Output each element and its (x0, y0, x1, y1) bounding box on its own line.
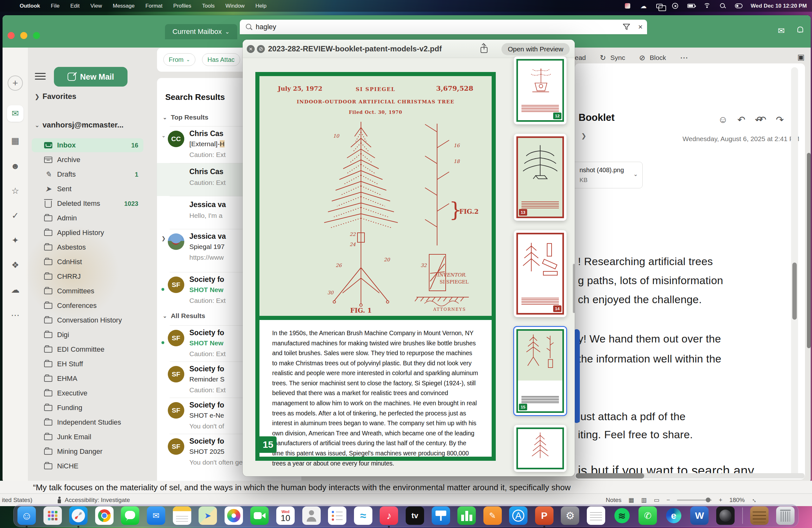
search-input[interactable]: hagley (256, 23, 276, 31)
dock-homepod-icon[interactable] (716, 507, 735, 525)
menu-item-edit[interactable]: Edit (70, 3, 79, 9)
fit-to-window-icon[interactable]: ↔ (750, 495, 760, 504)
wifi-icon[interactable] (704, 3, 710, 9)
control-center-icon[interactable] (735, 3, 742, 8)
zoom-slider-knob[interactable] (706, 498, 710, 502)
sidebar-account[interactable]: ⌄ vanhorsj@mcmaster... (32, 118, 146, 132)
mail-nav-icon[interactable]: ✉ (7, 105, 24, 122)
sidebar-folder-executive[interactable]: Executive (32, 386, 143, 400)
attachment-menu-chevron[interactable]: ⌄ (634, 171, 638, 178)
block-button[interactable]: Block (650, 54, 666, 61)
dock-system-settings-icon[interactable]: ⚙ (561, 507, 579, 525)
more-actions-button[interactable]: ⋯ (680, 53, 688, 63)
dock-finder-icon[interactable]: ☺ (17, 507, 36, 525)
dock-chrome-icon[interactable] (95, 507, 114, 525)
calendar-nav-icon[interactable]: ▦ (7, 133, 24, 149)
search-bar[interactable]: hagley × (240, 20, 647, 34)
reply-all-icon[interactable]: ↶↶ (755, 114, 762, 125)
onedrive-cloud-icon[interactable]: ☁ (640, 2, 647, 10)
filter-from-chip[interactable]: From ⌄ (163, 53, 195, 66)
reactions-smiley-icon[interactable]: ☺ (718, 114, 728, 125)
menu-item-tools[interactable]: Tools (202, 3, 215, 9)
pdf-thumbnail-page-15[interactable]: 15 (514, 327, 566, 415)
clear-search-icon[interactable]: × (638, 23, 643, 31)
menu-item-message[interactable]: Message (113, 3, 134, 9)
close-window-button[interactable] (8, 32, 15, 39)
tasks-check-icon[interactable]: ✓ (7, 207, 24, 224)
more-nav-icon[interactable]: ⋯ (7, 307, 24, 323)
sidebar-folder-mining-danger[interactable]: Mining Danger (32, 444, 143, 458)
zoom-level[interactable]: 180% (729, 497, 745, 503)
dock-edge-icon[interactable]: e (665, 507, 683, 525)
dock-numbers-icon[interactable] (458, 507, 476, 525)
dock-notes-icon[interactable] (173, 507, 191, 525)
notifications-bell-icon[interactable] (796, 26, 804, 34)
conversation-expand-chevron[interactable]: ❯ (161, 235, 165, 241)
dock-tv-icon[interactable]: tv (406, 507, 424, 525)
spotlight-search-icon[interactable] (719, 2, 727, 10)
cloud-nav-icon[interactable]: ☁ (7, 282, 24, 298)
menu-item-file[interactable]: File (51, 3, 59, 9)
zoom-in-button[interactable]: + (719, 497, 722, 503)
dock-launchpad-icon[interactable] (43, 507, 62, 525)
sidebar-folder-committees[interactable]: Committees (32, 284, 143, 298)
normal-view-icon[interactable]: ▦ (628, 496, 634, 503)
dock-photos-icon[interactable] (224, 507, 243, 525)
dock-contacts-icon[interactable] (302, 507, 321, 525)
expand-recipients-chevron[interactable]: ❯ (581, 132, 586, 140)
sidebar-folder-digi[interactable]: Digi (32, 328, 143, 342)
sidebar-folder-junk-email[interactable]: Junk Email (32, 430, 143, 444)
menu-item-view[interactable]: View (90, 3, 102, 9)
dock-mail-icon[interactable]: ✉ (147, 507, 165, 525)
dock-maps-icon[interactable]: ➤ (199, 507, 217, 525)
sidebar-folder-edi-committee[interactable]: EDI Committee (32, 342, 143, 356)
new-mail-button[interactable]: New Mail (54, 67, 128, 87)
sidebar-folder-archive[interactable]: Archive (32, 153, 143, 167)
groups-nav-icon[interactable]: ❖ (7, 257, 24, 273)
section-all-results[interactable]: ⌄ All Results (163, 312, 205, 320)
section-top-results[interactable]: ⌄ Top Results (163, 114, 208, 121)
app-status-icon[interactable] (625, 3, 630, 9)
dock-textedit-icon[interactable] (587, 507, 605, 525)
new-item-button[interactable]: + (8, 75, 23, 91)
dock-reminders-icon[interactable] (328, 507, 346, 525)
sidebar-folder-asbestos[interactable]: Asbestos (32, 240, 143, 254)
sidebar-folder-conversation-history[interactable]: Conversation History (32, 313, 143, 327)
hamburger-menu-icon[interactable] (35, 73, 46, 80)
dock-freeform-icon[interactable]: ≈ (354, 507, 372, 525)
play-status-icon[interactable] (672, 3, 678, 9)
dock-powerpoint-icon[interactable]: P (535, 507, 553, 525)
dock-music-icon[interactable]: ♪ (380, 507, 398, 525)
minimize-window-button[interactable] (20, 32, 27, 39)
sidebar-folder-ehma[interactable]: EHMA (32, 372, 143, 386)
sidebar-folder-eh-stuff[interactable]: EH Stuff (32, 357, 143, 371)
zoom-slider[interactable] (677, 499, 712, 501)
dock-trash-icon[interactable] (776, 507, 795, 525)
forward-icon[interactable]: ↷ (776, 114, 784, 125)
sidebar-folder-deleted-items[interactable]: Deleted Items1023 (32, 196, 143, 210)
sorter-view-icon[interactable]: ▥ (641, 496, 647, 503)
filter-funnel-icon[interactable] (623, 24, 630, 30)
sidebar-folder-applied-history[interactable]: Applied History (32, 226, 143, 240)
dock-pages-icon[interactable]: ✎ (483, 507, 502, 525)
menu-item-profiles[interactable]: Profiles (173, 3, 191, 9)
sidebar-folder-admin[interactable]: Admin (32, 211, 143, 225)
sidebar-folder-cdnhist[interactable]: CdnHist (32, 255, 143, 269)
sidebar-favorites[interactable]: ❯ Favorites (32, 89, 146, 103)
apps-nav-icon[interactable]: ✦ (7, 232, 24, 249)
sidebar-folder-inbox[interactable]: Inbox16 (32, 138, 143, 152)
dock-app-store-icon[interactable]: A (509, 507, 527, 525)
dock-whatsapp-icon[interactable]: ✆ (638, 507, 657, 525)
chevron-right-icon[interactable]: ❯ (32, 93, 43, 100)
favorites-star-icon[interactable]: ☆ (7, 183, 24, 199)
language-fragment[interactable]: ited States) (2, 497, 32, 503)
dock-messages-icon[interactable] (121, 507, 139, 525)
dock-calendar-icon[interactable]: Wed10 (276, 507, 295, 525)
accessibility-checker[interactable]: Accessibility: Investigate (57, 497, 130, 503)
sidebar-folder-independent-studies[interactable]: Independent Studies (32, 415, 143, 429)
sidebar-folder-sent[interactable]: ➤Sent (32, 182, 143, 196)
reading-pane-toggle-icon[interactable]: ▣ (797, 53, 805, 61)
dock-safari-icon[interactable] (69, 507, 88, 525)
menu-clock[interactable]: Wed Dec 10 12:20 PM (751, 3, 807, 9)
zoom-out-button[interactable]: − (666, 497, 670, 503)
